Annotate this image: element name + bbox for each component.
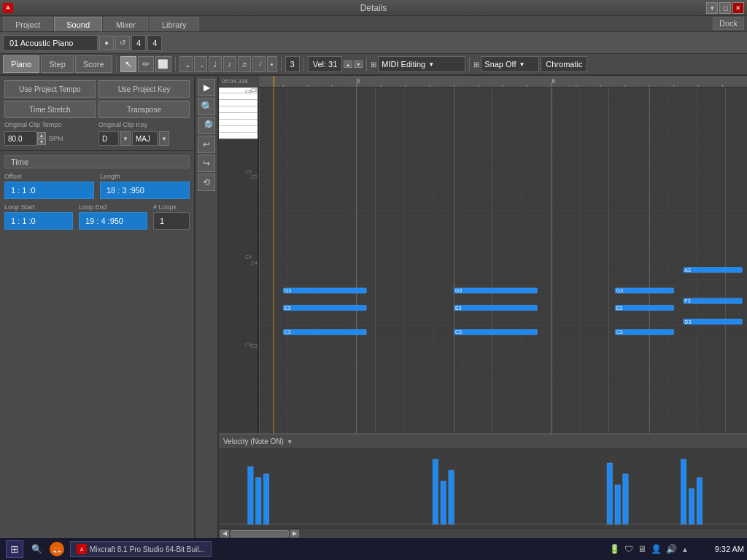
svg-rect-31 (219, 125, 258, 132)
svg-rect-44 (259, 88, 747, 433)
taskbar-search-button[interactable]: 🔍 (29, 542, 44, 556)
taskbar-firefox-icon[interactable]: 🦊 (50, 542, 64, 556)
zoom-in-button[interactable]: 🔍 (198, 98, 215, 115)
draw-tool[interactable]: ✏ (138, 56, 154, 72)
loop-end-label: Loop End (79, 203, 147, 211)
bpm-up[interactable]: ▲ (37, 132, 46, 139)
h-scrollbar[interactable]: ◀ ▶ (219, 528, 747, 538)
svg-rect-51 (283, 288, 366, 293)
taskbar-shield-icon[interactable]: 🛡 (624, 544, 633, 554)
velocity-svg (219, 452, 747, 525)
tab-piano[interactable]: Piano (3, 55, 39, 73)
svg-text:C4: C4 (245, 254, 252, 260)
loops-input[interactable]: 1 (153, 212, 190, 230)
tab-score[interactable]: Score (75, 55, 112, 73)
snap-dropdown[interactable]: Snap Off▼ (481, 56, 539, 72)
scale-dropdown[interactable]: ▼ (159, 131, 169, 146)
bpm-down[interactable]: ▼ (37, 139, 46, 145)
key-value[interactable]: D (98, 131, 119, 146)
velocity-down-arrow[interactable]: ▼ (354, 61, 363, 68)
tab-mixer[interactable]: Mixer (104, 17, 148, 31)
svg-text:F3: F3 (684, 298, 690, 303)
use-project-key-button[interactable]: Use Project Key (98, 80, 190, 98)
minimize-button[interactable]: ▾ (706, 2, 718, 14)
chromatic-button[interactable]: Chromatic (541, 56, 587, 72)
svg-rect-78 (433, 459, 438, 525)
note-half[interactable]: 𝅗 (194, 56, 207, 72)
key-dropdown[interactable]: ▼ (120, 131, 131, 146)
close-button[interactable]: ✕ (732, 2, 744, 14)
piano-keys: C6 C5 C4 C3 C6 C5 C4 C3 (219, 88, 259, 433)
piano-grid[interactable]: G3 E3 C3 G3 E3 C3 G3 E3 C3 A3 F3 D3 (259, 88, 747, 433)
mixcraft-label: Mixcraft 8.1 Pro Studio 64-Bit Buil... (90, 545, 205, 553)
taskbar-chevron-icon[interactable]: ▲ (681, 545, 689, 553)
note-whole[interactable]: 𝅝 (179, 56, 193, 72)
note-quarter[interactable]: ♩ (209, 56, 222, 72)
note-dot[interactable]: • (267, 56, 277, 72)
zoom-out-button[interactable]: 🔎 (198, 117, 215, 134)
scroll-right-button[interactable]: ▶ (290, 530, 299, 537)
velocity-up-arrow[interactable]: ▲ (344, 61, 352, 68)
note-sixteenth[interactable]: ♬ (238, 56, 251, 72)
scale-value[interactable]: MAJ (132, 131, 158, 146)
offset-input[interactable]: 1 : 1 :0 (4, 182, 94, 199)
time-section-header[interactable]: Time (4, 155, 190, 168)
mixcraft-icon: A (77, 544, 87, 554)
track-name-display: 01 Acoustic Piano (3, 35, 98, 51)
taskbar-volume-icon[interactable]: 🔊 (666, 544, 677, 554)
velocity-dropdown-arrow[interactable]: ▼ (287, 438, 293, 446)
record-icon[interactable]: ● (99, 36, 114, 50)
chord-number: 3 (285, 56, 300, 72)
rewind-button[interactable]: ↩ (198, 136, 215, 153)
time-ruler: 05:04.318 5 6 (219, 76, 747, 88)
windows-start-button[interactable]: ⊞ (6, 540, 23, 558)
svg-rect-53 (283, 330, 366, 335)
svg-rect-84 (681, 459, 686, 525)
note-triplet[interactable]: 𝅘𝅥𝅮 (252, 56, 266, 72)
loop-start-label: Loop Start (4, 203, 73, 211)
svg-rect-75 (248, 467, 253, 525)
restore-button[interactable]: ◻ (719, 2, 731, 14)
c5-label: C5 (251, 174, 258, 179)
velocity-area: Velocity (Note ON) ▼ (219, 433, 747, 528)
tab-library[interactable]: Library (150, 17, 199, 31)
svg-rect-82 (615, 485, 620, 525)
loop-end-input[interactable]: 19 : 4 :950 (79, 212, 147, 230)
select-tool[interactable]: ↖ (120, 56, 136, 72)
erase-tool[interactable]: ⬜ (155, 56, 171, 72)
transpose-button[interactable]: Transpose (98, 101, 190, 118)
forward-button[interactable]: ↪ (198, 155, 215, 172)
scroll-left-button[interactable]: ◀ (220, 530, 229, 537)
c4-label: C4 (251, 260, 258, 265)
length-input[interactable]: 18 : 3 :950 (100, 182, 190, 199)
velocity-header[interactable]: Velocity (Note ON) ▼ (219, 435, 747, 449)
titlebar: A Details ▾ ◻ ✕ (0, 0, 747, 16)
time-sig-denominator: 4 (147, 35, 162, 51)
loop-start-input[interactable]: 1 : 1 :0 (4, 212, 73, 230)
tab-project[interactable]: Project (3, 17, 53, 31)
tab-step[interactable]: Step (41, 55, 74, 73)
taskbar-battery-icon[interactable]: 🔋 (609, 544, 620, 554)
svg-rect-54 (454, 288, 538, 293)
loop-icon[interactable]: ↺ (115, 36, 130, 50)
dock-button[interactable]: Dock (713, 17, 744, 30)
time-stretch-button[interactable]: Time Stretch (4, 101, 96, 118)
scroll-thumb[interactable] (231, 530, 289, 537)
taskbar-user-icon[interactable]: 👤 (651, 544, 662, 554)
svg-rect-32 (219, 132, 258, 139)
midi-editing-dropdown[interactable]: MIDI Editing▼ (378, 56, 465, 72)
svg-rect-85 (689, 489, 694, 525)
note-eighth[interactable]: ♪ (223, 56, 236, 72)
use-project-tempo-button[interactable]: Use Project Tempo (4, 80, 96, 98)
grid-svg: G3 E3 C3 G3 E3 C3 G3 E3 C3 A3 F3 D3 (259, 88, 747, 433)
taskbar-mixcraft-button[interactable]: A Mixcraft 8.1 Pro Studio 64-Bit Buil... (70, 541, 212, 557)
bpm-value[interactable]: 80.0 (4, 131, 37, 146)
taskbar-right-icons: 🔋 🛡 🖥 👤 🔊 ▲ (609, 544, 689, 554)
tab-sound[interactable]: Sound (54, 17, 102, 31)
velocity-bars-container (219, 449, 747, 528)
separator-5 (366, 57, 367, 71)
taskbar-monitor-icon[interactable]: 🖥 (638, 544, 646, 554)
loop-button[interactable]: ⟲ (198, 174, 215, 191)
play-button[interactable]: ▶ (198, 79, 215, 96)
snap-icon: ⊞ (473, 61, 479, 69)
